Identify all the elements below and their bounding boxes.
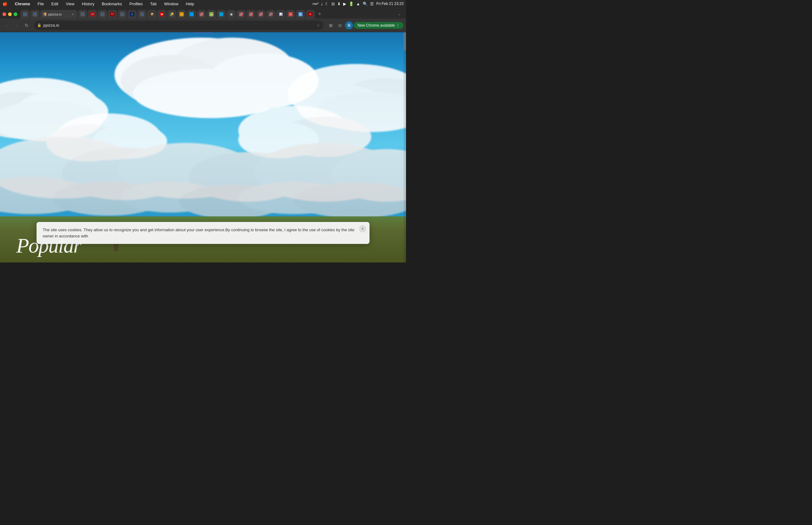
scrollbar-thumb[interactable] xyxy=(403,32,406,51)
tab-14[interactable]: G xyxy=(177,10,186,18)
tab-1-favicon: 🐾 xyxy=(23,12,27,16)
address-bar[interactable]: 🔒 ppizza.io ☆ xyxy=(34,21,323,30)
traffic-lights xyxy=(2,12,17,16)
menubar-tab[interactable]: Tab xyxy=(149,2,158,6)
menubar-help[interactable]: Help xyxy=(185,2,196,6)
bookmark-star-icon[interactable]: ☆ xyxy=(317,23,320,28)
menubar-screenshot-icon[interactable]: ⊟ xyxy=(332,2,335,6)
tab-19-favicon: ◼ xyxy=(229,12,233,16)
tab-12[interactable]: M xyxy=(157,10,167,18)
tab-27-favicon: ✕ xyxy=(308,12,312,16)
screen-capture-button[interactable]: ⊙ xyxy=(336,21,344,30)
tab-25-favicon: A xyxy=(288,12,293,16)
tab-11-favicon: 📦 xyxy=(150,12,154,16)
new-tab-button[interactable]: + xyxy=(316,10,324,18)
content-area: Popular The site uses cookies. They allo… xyxy=(0,32,406,262)
tab-17[interactable]: ⛰ xyxy=(207,10,216,18)
tab-1[interactable]: 🐾 xyxy=(20,10,30,18)
tab-6-favicon: 🐾 xyxy=(100,12,105,16)
tab-25[interactable]: A xyxy=(286,10,295,18)
loading-indicator xyxy=(194,32,212,33)
menubar-play-icon[interactable]: ▶ xyxy=(343,2,346,6)
tab-19[interactable]: ◼ xyxy=(227,10,236,18)
menubar-download-icon[interactable]: ⬇ xyxy=(337,2,341,6)
tab-20-favicon: 🔗 xyxy=(239,12,243,16)
tab-15[interactable]: 🌐 xyxy=(187,10,196,18)
tab-ppizza[interactable]: 🍕 ppizza.io ✕ xyxy=(40,10,77,18)
tab-7[interactable]: 🛡 xyxy=(108,10,117,18)
tab-22[interactable]: 🔗 xyxy=(256,10,265,18)
url-text: ppizza.io xyxy=(43,23,315,28)
tab-8[interactable]: 🐾 xyxy=(118,10,127,18)
tab-13-favicon: 🔑 xyxy=(170,12,174,16)
chrome-update-button[interactable]: New Chrome available ⋮ xyxy=(354,22,403,29)
menubar-file[interactable]: File xyxy=(36,2,45,6)
menubar-window[interactable]: Window xyxy=(163,2,180,6)
cookie-text: The site uses cookies. They allow us to … xyxy=(43,227,357,239)
tab-ppizza-close[interactable]: ✕ xyxy=(71,12,75,16)
back-button[interactable]: ‹ xyxy=(2,21,11,30)
minimize-button[interactable] xyxy=(8,12,12,16)
tab-16[interactable]: 🔗 xyxy=(197,10,206,18)
apple-menu[interactable]: 🍎 xyxy=(2,2,7,6)
tab-13[interactable]: 🔑 xyxy=(167,10,177,18)
menubar-time: Fri Feb 21 23:23 xyxy=(376,2,403,6)
tab-5[interactable]: 🎮 xyxy=(88,10,97,18)
reload-button[interactable]: ↻ xyxy=(22,21,31,30)
menubar-search-icon[interactable]: 🔍 xyxy=(363,2,368,6)
tab-26[interactable]: G xyxy=(296,10,305,18)
profile-button[interactable]: G xyxy=(345,21,353,29)
cookie-close-button[interactable]: × xyxy=(359,225,366,232)
cookie-banner: The site uses cookies. They allow us to … xyxy=(36,222,369,244)
tab-21[interactable]: 🔗 xyxy=(246,10,256,18)
tab-expand-button[interactable]: ⌄ xyxy=(396,10,403,18)
menubar-wifi-icon[interactable]: ▲ xyxy=(356,2,360,6)
tab-23[interactable]: 🔗 xyxy=(266,10,275,18)
close-button[interactable] xyxy=(2,12,6,16)
tab-17-favicon: ⛰ xyxy=(209,12,214,16)
menubar-chrome[interactable]: Chrome xyxy=(14,2,31,6)
tab-8-favicon: 🐾 xyxy=(120,12,124,16)
menubar-music-icon[interactable]: ♩ xyxy=(321,2,323,6)
menubar-me2: me² xyxy=(312,2,318,5)
menubar-battery-icon[interactable]: 🔋 xyxy=(349,2,354,6)
tab-18[interactable]: 🌐 xyxy=(217,10,226,18)
menubar-profiles[interactable]: Profiles xyxy=(128,2,144,6)
tab-16-favicon: 🔗 xyxy=(199,12,204,16)
tab-11[interactable]: 📦 xyxy=(147,10,157,18)
nav-bar: ‹ › ↻ 🔒 ppizza.io ☆ ⊞ ⊙ G New Chrome ava… xyxy=(0,18,406,32)
tab-22-favicon: 🔗 xyxy=(259,12,263,16)
menubar-control-icon[interactable]: ☰ xyxy=(370,2,374,6)
menubar-bookmarks[interactable]: Bookmarks xyxy=(101,2,123,6)
tab-2[interactable]: 🐾 xyxy=(30,10,40,18)
tab-24-favicon: 📊 xyxy=(278,12,283,16)
tab-6[interactable]: 🐾 xyxy=(98,10,107,18)
tab-bar: 🐾 🐾 🍕 ppizza.io ✕ 🐾 🎮 🐾 🛡 🐾 $ 🐾 xyxy=(0,7,406,18)
tab-15-favicon: 🌐 xyxy=(189,12,194,16)
scrollbar-track[interactable] xyxy=(403,32,406,262)
tab-5-favicon: 🎮 xyxy=(90,12,95,16)
tab-20[interactable]: 🔗 xyxy=(236,10,246,18)
tab-23-favicon: 🔗 xyxy=(269,12,273,16)
tab-14-favicon: G xyxy=(180,12,184,16)
tab-ppizza-label: ppizza.io xyxy=(48,12,69,16)
tab-26-favicon: G xyxy=(298,12,303,16)
tab-10[interactable]: 🐾 xyxy=(137,10,147,18)
menubar-notification-icon[interactable]: ☾ xyxy=(325,2,329,6)
menubar-right: me² ♩ ☾ ⊟ ⬇ ▶ 🔋 ▲ 🔍 ☰ Fri Feb 21 23:23 xyxy=(312,2,403,6)
menubar-view[interactable]: View xyxy=(64,2,76,6)
chrome-update-menu-icon: ⋮ xyxy=(396,23,400,28)
extensions-button[interactable]: ⊞ xyxy=(326,21,335,30)
forward-button[interactable]: › xyxy=(12,21,21,30)
menubar-history[interactable]: History xyxy=(80,2,95,6)
tab-9[interactable]: $ xyxy=(127,10,137,18)
maximize-button[interactable] xyxy=(14,12,17,16)
menubar: 🍎 Chrome File Edit View History Bookmark… xyxy=(0,0,406,7)
menubar-edit[interactable]: Edit xyxy=(50,2,59,6)
tab-4[interactable]: 🐾 xyxy=(78,10,87,18)
chrome-update-label: New Chrome available xyxy=(357,23,395,28)
tab-27[interactable]: ✕ xyxy=(306,10,315,18)
tab-24[interactable]: 📊 xyxy=(276,10,285,18)
clouds-svg xyxy=(0,32,406,216)
tab-2-favicon: 🐾 xyxy=(33,12,37,16)
